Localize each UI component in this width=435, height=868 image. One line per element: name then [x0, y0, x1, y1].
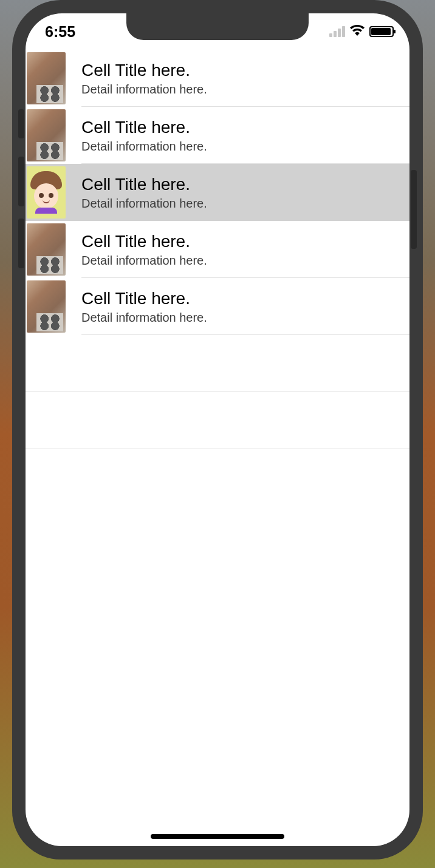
home-indicator [151, 834, 284, 839]
silent-switch [18, 109, 24, 138]
volume-down-button [18, 219, 24, 268]
empty-row [26, 335, 409, 392]
cell-detail: Detail information here. [81, 83, 207, 97]
cell-detail: Detail information here. [81, 254, 207, 268]
photo-avatar-icon [27, 109, 66, 161]
empty-row [26, 392, 409, 449]
device-frame: 6:55 Cell Title here.Detail information … [12, 0, 423, 860]
device-screen: 6:55 Cell Title here.Detail information … [26, 13, 409, 846]
table-row[interactable]: Cell Title here.Detail information here. [26, 107, 409, 164]
cell-detail: Detail information here. [81, 311, 207, 325]
cell-detail: Detail information here. [81, 197, 207, 211]
table-view[interactable]: Cell Title here.Detail information here.… [26, 50, 409, 449]
cell-title: Cell Title here. [81, 60, 207, 81]
cell-title: Cell Title here. [81, 288, 207, 309]
table-row[interactable]: Cell Title here.Detail information here. [26, 278, 409, 335]
table-row[interactable]: Cell Title here.Detail information here. [26, 221, 409, 278]
notch [126, 13, 309, 40]
cartoon-avatar-icon [27, 166, 66, 219]
side-button [411, 170, 417, 249]
volume-up-button [18, 157, 24, 206]
status-time: 6:55 [45, 23, 75, 41]
photo-avatar-icon [27, 52, 66, 104]
cell-title: Cell Title here. [81, 231, 207, 252]
photo-avatar-icon [27, 280, 66, 333]
battery-icon [369, 26, 394, 37]
photo-avatar-icon [27, 223, 66, 276]
table-row[interactable]: Cell Title here.Detail information here. [26, 50, 409, 107]
cell-detail: Detail information here. [81, 140, 207, 154]
cellular-signal-icon [329, 26, 345, 37]
wifi-icon [350, 24, 365, 39]
cell-title: Cell Title here. [81, 174, 207, 195]
table-row[interactable]: Cell Title here.Detail information here. [26, 164, 409, 221]
cell-title: Cell Title here. [81, 117, 207, 138]
